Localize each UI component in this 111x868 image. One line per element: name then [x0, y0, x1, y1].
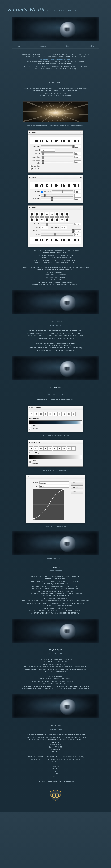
brush-panel-scattering: Brushes✕ ScatterBoth Axes450% Count2 Cou… — [28, 175, 83, 203]
nav-simplicity: simplicity — [40, 45, 46, 47]
stage-3-sub2: -AFTER-EFFECTS- — [7, 393, 104, 396]
stage-2-title: STAGE TWO — [7, 320, 104, 323]
cancel-button[interactable]: Cancel — [71, 485, 83, 489]
stage-2-sub: MORE LAYERS — [7, 324, 104, 327]
stage-4-title: STAGE IV — [7, 566, 104, 569]
flipy-checkbox[interactable] — [30, 168, 32, 170]
close-icon[interactable]: ✕ — [80, 206, 82, 209]
stage-3-result — [12, 531, 99, 555]
stage-4-body: NOW I'M GOING TO MAKE A NEW LAYER AND AP… — [13, 575, 98, 614]
control-select[interactable]: Off — [41, 149, 55, 152]
roundness-jitter-slider[interactable] — [41, 161, 73, 163]
gradient-map-panel-2: ADJUSTMENTS ☀◐▦◈▤◉▣◎▨◑ Gradient Map Dith… — [28, 440, 83, 467]
header-signature — [12, 17, 99, 41]
stage-1-body: NOW PLACE YOUR RENDER WHEREVER YOU FEEL … — [13, 249, 98, 286]
gradient-bar[interactable] — [29, 421, 82, 424]
reverse-checkbox[interactable] — [29, 428, 31, 430]
intro-text: THIS TUTORIAL IS GOING TO BE BASED ON MY… — [13, 53, 98, 70]
stage-5-title: STAGE FIVE — [7, 649, 104, 652]
divider — [12, 75, 99, 75]
count-slider[interactable] — [41, 194, 73, 196]
size-jitter-value[interactable]: 100% — [74, 145, 81, 148]
flipx-checkbox[interactable] — [30, 165, 32, 167]
stage-4-result — [12, 619, 99, 643]
stage-5-result — [12, 694, 99, 718]
svg-point-2 — [63, 489, 64, 490]
stage-3-sub: PRE GRADIENT MAPS — [7, 390, 104, 392]
stage-4-sub: AFTER EFFECTS — [7, 570, 104, 572]
count-jitter-slider[interactable] — [41, 197, 73, 200]
close-icon[interactable]: ✕ — [80, 131, 82, 134]
svg-point-0 — [33, 518, 35, 520]
svg-point-1 — [49, 503, 50, 504]
da-link[interactable]: WWW.ALLSTARSCHUMI.DEVIANTART.COM — [13, 58, 98, 60]
nav-depth: depth — [66, 45, 70, 47]
dither-checkbox[interactable] — [29, 425, 31, 427]
stage-6-body: I HAVE NOW SHARPENED THIS WITH TOPAZ TO … — [13, 734, 98, 782]
channel-select[interactable]: RGB — [39, 485, 69, 488]
brush-panel-shape-dynamics: Brushes✕ Size Jitter100% Control:Off Min… — [28, 130, 83, 173]
reverse-checkbox[interactable] — [29, 462, 31, 464]
stage-1-result — [12, 290, 99, 314]
brush-preview — [30, 137, 81, 144]
gmap1-caption: A BLACK/WHITE ONE & A CUSTOM ONE. — [7, 435, 104, 437]
angle-jitter-slider[interactable] — [41, 156, 73, 158]
gradient-bar-bw[interactable] — [29, 455, 82, 459]
curves-panel: Curves Preset:Custom Channel:RGB OK Canc… — [26, 475, 85, 523]
stage-5-body: CREATE A NEW LAYER AND APPLY THE IMAGE.F… — [13, 658, 98, 690]
dither-checkbox[interactable] — [29, 460, 31, 462]
scatter-slider[interactable] — [52, 190, 73, 193]
diameter-slider[interactable] — [41, 223, 73, 225]
close-icon[interactable]: ✕ — [80, 176, 82, 179]
stage-6-title: STAGE SIX — [7, 724, 104, 727]
gmap2-caption: BLACK & WHITE MAP - SOFT LIGHT — [7, 469, 104, 471]
stage-5-sub: BARS AND FLOW — [7, 653, 104, 655]
curves-caption: AND ADDED A CURVES LAYER. — [7, 526, 104, 528]
brush-preview — [30, 237, 81, 244]
brush-tips[interactable] — [30, 212, 81, 217]
nav-colour: colour — [90, 45, 94, 47]
stage-3-endcap: GREAT. NICE COLOURS. — [7, 558, 104, 560]
ok-button[interactable]: OK — [71, 481, 83, 485]
stage-2-result — [12, 356, 99, 380]
brush-preview — [30, 182, 81, 189]
stage-1-intro: SEEING AS THE VENOM RENDER WAS QUITE LAR… — [13, 87, 98, 97]
both-axes-checkbox[interactable] — [41, 191, 43, 193]
min-slider[interactable] — [41, 152, 73, 155]
auto-button[interactable]: Auto — [71, 490, 83, 494]
brush-panel-tip-shape: Brushes✕ Diameter35 px Angle:0°Roundness… — [28, 205, 83, 247]
nav-flow: flow — [17, 45, 20, 47]
stage-6-sub: FINAL TOUCHES — [7, 728, 104, 731]
main-title: Venom's Wrath -SIGNATURE TUTORIAL- — [7, 5, 104, 14]
stage-2-body: I'M GOING TO ADD SOME SPLATTERS AND CREA… — [13, 330, 98, 351]
size-jitter-slider[interactable] — [41, 146, 73, 148]
nav-bar: flow| simplicity| depth| colour — [12, 43, 99, 49]
stage-3-title: STAGE III — [7, 386, 104, 389]
stock-render — [23, 101, 88, 122]
render-caption: I BRUSHED THIS LAYER WITH A GRUNGE STYLE… — [7, 125, 104, 127]
gradient-map-panel-1: ADJUSTMENTS ☀◐▦◈▤◉▣◎▨◑ Gradient Map Dith… — [28, 406, 83, 432]
preset-select[interactable]: Custom — [39, 482, 69, 484]
footer-logo-icon — [48, 789, 63, 801]
hardness-slider[interactable] — [41, 230, 73, 232]
spacing-slider[interactable] — [41, 233, 73, 236]
stage-1-title: STAGE ONE — [7, 82, 104, 84]
adjustment-presets[interactable]: ☀◐▦◈▤◉▣◎▨◑ — [29, 412, 82, 416]
curves-graph[interactable] — [33, 489, 64, 520]
panel-title: Brushes — [29, 131, 36, 134]
